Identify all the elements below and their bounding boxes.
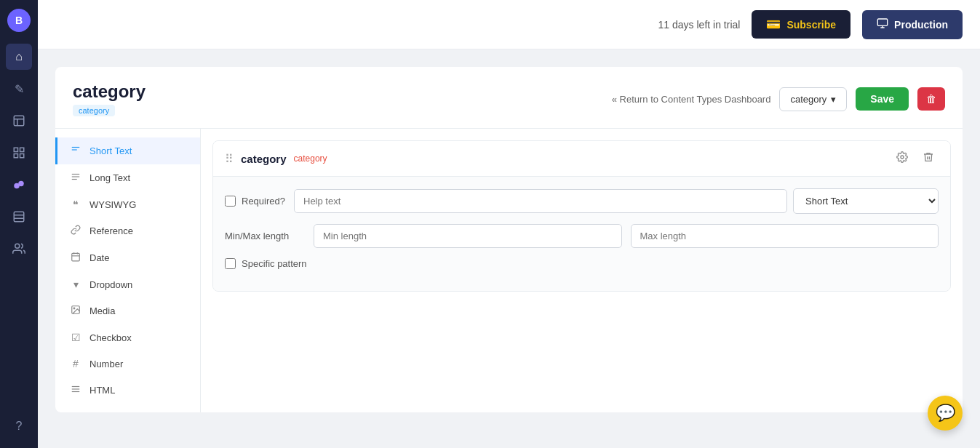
sidebar-item-users[interactable]: [6, 236, 32, 262]
field-name: category: [241, 153, 287, 165]
field-settings-button[interactable]: [892, 150, 912, 167]
required-row: Required? Short Text Long Text WYSIWYG R…: [225, 188, 939, 214]
checkbox-label: Checkbox: [89, 332, 132, 343]
checkbox-icon: ☑: [69, 332, 82, 343]
field-delete-button[interactable]: [918, 150, 939, 167]
field-type-long-text[interactable]: Long Text: [55, 164, 200, 191]
sidebar-logo: B: [7, 9, 31, 32]
date-icon: [69, 252, 82, 264]
production-icon: [877, 17, 888, 32]
svg-rect-0: [14, 116, 24, 126]
svg-point-24: [901, 156, 904, 159]
field-type-wysiwyg[interactable]: ❝ WYSIWYG: [55, 191, 200, 217]
svg-point-8: [15, 244, 20, 248]
subscribe-icon: 💳: [766, 17, 781, 31]
field-type-number[interactable]: # Number: [55, 351, 200, 377]
svg-rect-15: [72, 253, 80, 261]
sidebar-item-blog[interactable]: ✎: [6, 76, 32, 102]
svg-rect-9: [877, 19, 887, 25]
long-text-label: Long Text: [89, 172, 130, 183]
page-content: category category « Return to Content Ty…: [38, 49, 980, 448]
field-type-media[interactable]: Media: [55, 297, 200, 324]
topbar: 11 days left in trial 💳 Subscribe Produc…: [38, 0, 980, 49]
dropdown-label: Dropdown: [89, 279, 132, 290]
media-label: Media: [89, 305, 115, 316]
svg-point-6: [18, 181, 24, 187]
short-text-label: Short Text: [89, 145, 132, 156]
save-button[interactable]: Save: [856, 87, 909, 111]
field-type-dropdown[interactable]: ▾ Dropdown: [55, 271, 200, 297]
field-type-html[interactable]: HTML: [55, 377, 200, 404]
chevron-down-icon: ▾: [831, 94, 836, 105]
trial-text: 11 days left in trial: [658, 19, 741, 31]
svg-rect-3: [20, 154, 24, 158]
field-type-date[interactable]: Date: [55, 244, 200, 271]
media-icon: [69, 305, 82, 317]
min-max-row: Min/Max length: [225, 224, 939, 248]
header-right: « Return to Content Types Dashboard cate…: [612, 87, 945, 111]
svg-rect-4: [14, 154, 17, 158]
short-text-icon: [69, 145, 82, 157]
html-icon: [69, 384, 82, 396]
title-area: category category: [73, 81, 146, 116]
content-type-badge: category: [73, 105, 115, 116]
required-checkbox[interactable]: [225, 196, 236, 207]
long-text-icon: [69, 172, 82, 184]
number-icon: #: [69, 358, 82, 369]
reference-label: Reference: [89, 225, 133, 236]
category-dropdown[interactable]: category ▾: [779, 87, 847, 111]
svg-point-20: [73, 308, 75, 309]
field-card: ⠿ category category: [212, 140, 951, 292]
drag-handle-icon[interactable]: ⠿: [225, 152, 234, 166]
chat-icon: 💬: [936, 404, 955, 423]
sidebar-item-layout[interactable]: [6, 204, 32, 230]
field-card-body: Required? Short Text Long Text WYSIWYG R…: [213, 177, 950, 291]
min-max-label: Min/Max length: [225, 231, 305, 241]
field-card-header-left: ⠿ category category: [225, 152, 327, 166]
dropdown-icon: ▾: [69, 279, 82, 290]
sidebar-item-coins[interactable]: [6, 172, 32, 198]
field-type-tag: category: [294, 153, 327, 164]
content-area: Short Text Long Text ❝ WYSIWYG: [55, 129, 963, 412]
date-label: Date: [89, 252, 109, 263]
sidebar-item-help[interactable]: ?: [6, 413, 32, 439]
field-types-panel: Short Text Long Text ❝ WYSIWYG: [55, 129, 201, 412]
sidebar: B ⌂ ✎ ?: [0, 0, 38, 448]
sidebar-item-content[interactable]: [6, 108, 32, 134]
chat-widget[interactable]: 💬: [928, 396, 963, 431]
content-type-header: category category « Return to Content Ty…: [55, 67, 963, 129]
required-label[interactable]: Required?: [242, 196, 285, 207]
specific-pattern-row: Specific pattern: [225, 258, 939, 269]
field-card-header: ⠿ category category: [213, 141, 950, 177]
field-type-short-text[interactable]: Short Text: [55, 137, 200, 164]
specific-pattern-checkbox[interactable]: [225, 258, 236, 269]
svg-rect-7: [14, 212, 24, 222]
svg-rect-1: [14, 148, 17, 151]
page-title: category: [73, 81, 146, 102]
production-button[interactable]: Production: [862, 10, 963, 39]
min-length-input[interactable]: [314, 224, 622, 248]
field-type-reference[interactable]: Reference: [55, 217, 200, 244]
reference-icon: [69, 225, 82, 237]
html-label: HTML: [89, 385, 115, 396]
field-type-select[interactable]: Short Text Long Text WYSIWYG Reference D…: [793, 188, 939, 214]
number-label: Number: [89, 359, 123, 369]
max-length-input[interactable]: [631, 224, 939, 248]
wysiwyg-icon: ❝: [69, 199, 82, 210]
return-link[interactable]: « Return to Content Types Dashboard: [612, 94, 771, 105]
sidebar-item-grid[interactable]: [6, 140, 32, 166]
sidebar-item-home[interactable]: ⌂: [6, 44, 32, 70]
trash-icon: 🗑: [926, 93, 936, 105]
delete-button[interactable]: 🗑: [917, 87, 945, 111]
fields-editor: ⠿ category category: [201, 129, 963, 412]
wysiwyg-label: WYSIWYG: [89, 199, 136, 210]
help-text-input[interactable]: [294, 189, 787, 213]
svg-rect-2: [20, 148, 24, 151]
specific-pattern-label[interactable]: Specific pattern: [242, 258, 307, 269]
field-type-checkbox[interactable]: ☑ Checkbox: [55, 324, 200, 351]
main-content: 11 days left in trial 💳 Subscribe Produc…: [38, 0, 980, 448]
field-card-actions: [892, 150, 939, 167]
subscribe-button[interactable]: 💳 Subscribe: [752, 10, 850, 39]
